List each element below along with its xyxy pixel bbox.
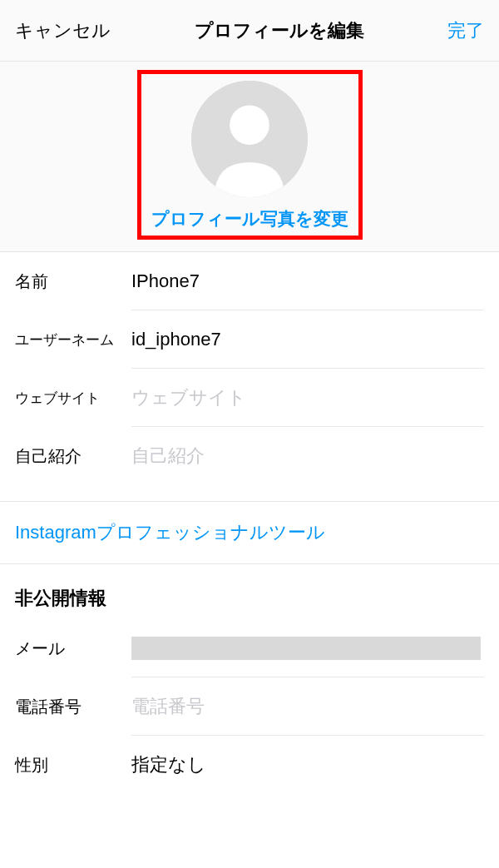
gender-label: 性別: [15, 754, 131, 776]
bio-label: 自己紹介: [15, 445, 131, 468]
website-label: ウェブサイト: [15, 389, 131, 408]
profile-photo-section: プロフィール写真を変更: [0, 62, 499, 252]
bio-input[interactable]: 自己紹介: [131, 427, 484, 485]
website-input[interactable]: ウェブサイト: [131, 369, 484, 427]
phone-input[interactable]: 電話番号: [131, 677, 484, 736]
section-spacer: [0, 485, 499, 502]
avatar-placeholder[interactable]: [191, 81, 308, 197]
person-icon: [191, 81, 308, 197]
username-label: ユーザーネーム: [15, 330, 131, 350]
svg-point-1: [230, 105, 269, 145]
header-bar: キャンセル プロフィールを編集 完了: [0, 0, 499, 62]
gender-row: 性別 指定なし: [0, 736, 499, 794]
phone-row: 電話番号 電話番号: [0, 677, 499, 736]
professional-tools-link[interactable]: Instagramプロフェッショナルツール: [0, 502, 499, 564]
page-title: プロフィールを編集: [195, 18, 364, 43]
change-photo-button[interactable]: プロフィール写真を変更: [151, 207, 348, 231]
name-row: 名前 IPhone7: [0, 252, 499, 310]
email-row: メール: [0, 619, 499, 677]
email-input[interactable]: [131, 619, 484, 677]
website-row: ウェブサイト ウェブサイト: [0, 369, 499, 427]
redacted-email-value: [131, 637, 481, 660]
highlight-annotation: プロフィール写真を変更: [137, 70, 363, 240]
phone-label: 電話番号: [15, 696, 131, 718]
username-input[interactable]: id_iphone7: [131, 310, 484, 369]
gender-input[interactable]: 指定なし: [131, 736, 484, 794]
done-button[interactable]: 完了: [447, 18, 484, 43]
profile-fields: 名前 IPhone7 ユーザーネーム id_iphone7 ウェブサイト ウェブ…: [0, 252, 499, 485]
email-label: メール: [15, 637, 131, 660]
cancel-button[interactable]: キャンセル: [15, 18, 111, 43]
username-row: ユーザーネーム id_iphone7: [0, 310, 499, 369]
private-info-section: 非公開情報 メール 電話番号 電話番号 性別 指定なし: [0, 564, 499, 794]
private-info-heading: 非公開情報: [0, 564, 499, 619]
name-label: 名前: [15, 270, 131, 293]
name-input[interactable]: IPhone7: [131, 252, 484, 310]
bio-row: 自己紹介 自己紹介: [0, 427, 499, 485]
